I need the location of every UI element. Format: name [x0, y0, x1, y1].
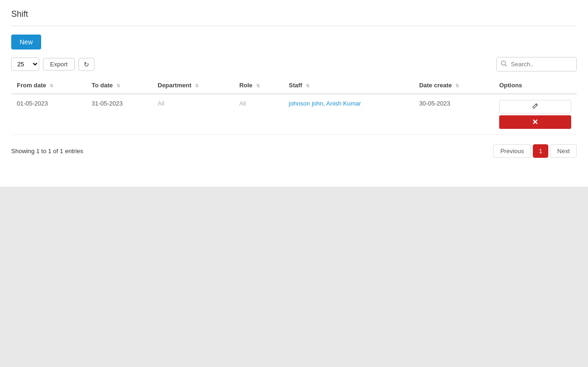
sort-icon-staff: ⇅ — [306, 83, 309, 88]
search-icon — [497, 57, 511, 71]
per-page-select[interactable]: 25 10 50 100 — [11, 57, 39, 71]
sort-icon-from-date: ⇅ — [50, 83, 53, 88]
search-wrapper — [496, 57, 577, 71]
col-date-create[interactable]: Date create ⇅ — [414, 77, 494, 94]
col-role[interactable]: Role ⇅ — [234, 77, 283, 94]
page-1-button[interactable]: 1 — [533, 144, 548, 158]
next-button[interactable]: Next — [550, 144, 577, 158]
cell-department: All — [152, 94, 234, 135]
table-footer: Showing 1 to 1 of 1 entries Previous 1 N… — [11, 144, 577, 158]
sort-icon-to-date: ⇅ — [116, 83, 120, 88]
cell-options: ✕ — [494, 94, 577, 135]
search-input[interactable] — [511, 58, 576, 71]
refresh-button[interactable]: ↻ — [79, 58, 94, 71]
col-options: Options — [494, 77, 577, 94]
pagination: Previous 1 Next — [493, 144, 577, 158]
showing-range: 1 to 1 of 1 — [36, 148, 63, 155]
table-controls: 25 10 50 100 Export ↻ — [11, 57, 94, 71]
delete-icon: ✕ — [532, 118, 538, 127]
sort-icon-department: ⇅ — [195, 83, 199, 88]
svg-line-1 — [505, 65, 507, 67]
edit-button[interactable] — [499, 100, 571, 113]
new-button[interactable]: New — [11, 35, 41, 49]
previous-button[interactable]: Previous — [493, 144, 531, 158]
col-from-date[interactable]: From date ⇅ — [11, 77, 86, 94]
col-department[interactable]: Department ⇅ — [152, 77, 234, 94]
edit-icon — [532, 103, 538, 111]
col-staff[interactable]: Staff ⇅ — [283, 77, 414, 94]
cell-role: All — [234, 94, 283, 135]
cell-staff: johnson john, Anish Kumar — [283, 94, 414, 135]
showing-suffix: entries — [63, 148, 83, 155]
col-to-date[interactable]: To date ⇅ — [86, 77, 152, 94]
toolbar: New — [11, 35, 577, 49]
toolbar-left: New — [11, 35, 41, 49]
cell-from-date: 01-05-2023 — [11, 94, 86, 135]
refresh-icon: ↻ — [84, 61, 89, 68]
cell-to-date: 31-05-2023 — [86, 94, 152, 135]
table-row: 01-05-2023 31-05-2023 All All johnson jo… — [11, 94, 577, 135]
export-button[interactable]: Export — [43, 58, 75, 71]
lower-section — [0, 187, 588, 367]
delete-button[interactable]: ✕ — [499, 115, 571, 129]
sort-icon-role: ⇅ — [256, 83, 260, 88]
options-buttons: ✕ — [499, 100, 571, 129]
cell-date-create: 30-05-2023 — [414, 94, 494, 135]
data-table: From date ⇅ To date ⇅ Department ⇅ Role … — [11, 77, 577, 135]
table-header-row: From date ⇅ To date ⇅ Department ⇅ Role … — [11, 77, 577, 94]
showing-prefix: Showing — [11, 148, 36, 155]
sort-icon-date-create: ⇅ — [455, 83, 459, 88]
showing-text: Showing 1 to 1 of 1 entries — [11, 148, 83, 155]
page-title: Shift — [11, 9, 577, 26]
